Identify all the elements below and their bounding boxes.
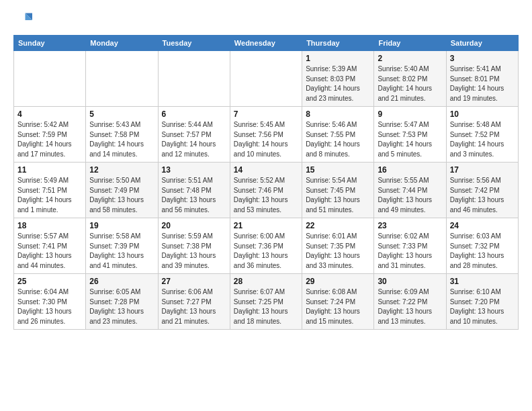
day-number: 2 <box>378 54 442 63</box>
day-number: 30 <box>378 277 442 286</box>
day-info: Sunrise: 6:10 AM Sunset: 7:20 PM Dayligh… <box>450 287 515 326</box>
day-cell: 23Sunrise: 6:02 AM Sunset: 7:33 PM Dayli… <box>374 218 446 274</box>
week-row-1: 1Sunrise: 5:39 AM Sunset: 8:03 PM Daylig… <box>14 51 519 107</box>
day-cell: 15Sunrise: 5:54 AM Sunset: 7:45 PM Dayli… <box>302 163 374 218</box>
day-info: Sunrise: 5:40 AM Sunset: 8:02 PM Dayligh… <box>378 64 442 103</box>
day-number: 6 <box>162 109 226 119</box>
day-cell: 24Sunrise: 6:03 AM Sunset: 7:32 PM Dayli… <box>446 218 518 274</box>
week-row-5: 25Sunrise: 6:04 AM Sunset: 7:30 PM Dayli… <box>14 274 519 330</box>
day-cell: 10Sunrise: 5:48 AM Sunset: 7:52 PM Dayli… <box>446 107 518 163</box>
logo <box>13 11 35 30</box>
col-header-sunday: Sunday <box>14 36 86 51</box>
day-info: Sunrise: 5:45 AM Sunset: 7:56 PM Dayligh… <box>234 120 298 159</box>
day-cell: 22Sunrise: 6:01 AM Sunset: 7:35 PM Dayli… <box>302 218 374 274</box>
day-number: 21 <box>234 221 298 230</box>
day-number: 14 <box>234 165 298 175</box>
col-header-friday: Friday <box>374 36 446 51</box>
day-info: Sunrise: 6:03 AM Sunset: 7:32 PM Dayligh… <box>450 232 515 271</box>
page: SundayMondayTuesdayWednesdayThursdayFrid… <box>0 0 532 411</box>
day-info: Sunrise: 5:44 AM Sunset: 7:57 PM Dayligh… <box>162 120 226 159</box>
day-number: 18 <box>17 221 82 230</box>
day-info: Sunrise: 5:47 AM Sunset: 7:53 PM Dayligh… <box>378 120 442 159</box>
day-cell: 2Sunrise: 5:40 AM Sunset: 8:02 PM Daylig… <box>374 51 446 107</box>
day-cell: 14Sunrise: 5:52 AM Sunset: 7:46 PM Dayli… <box>230 163 302 218</box>
day-number: 1 <box>306 54 370 63</box>
day-cell: 1Sunrise: 5:39 AM Sunset: 8:03 PM Daylig… <box>302 51 374 107</box>
logo-icon <box>13 11 32 30</box>
day-cell: 19Sunrise: 5:58 AM Sunset: 7:39 PM Dayli… <box>86 218 158 274</box>
day-number: 12 <box>89 165 154 175</box>
day-cell: 18Sunrise: 5:57 AM Sunset: 7:41 PM Dayli… <box>14 218 86 274</box>
week-row-2: 4Sunrise: 5:42 AM Sunset: 7:59 PM Daylig… <box>14 107 519 163</box>
day-cell: 11Sunrise: 5:49 AM Sunset: 7:51 PM Dayli… <box>14 163 86 218</box>
day-info: Sunrise: 6:09 AM Sunset: 7:22 PM Dayligh… <box>378 287 442 326</box>
day-info: Sunrise: 6:04 AM Sunset: 7:30 PM Dayligh… <box>17 287 82 326</box>
col-header-monday: Monday <box>86 36 158 51</box>
day-number: 11 <box>17 165 82 175</box>
col-header-saturday: Saturday <box>446 36 518 51</box>
day-number: 25 <box>17 277 82 286</box>
day-cell: 30Sunrise: 6:09 AM Sunset: 7:22 PM Dayli… <box>374 274 446 330</box>
day-number: 27 <box>162 277 226 286</box>
header-row: SundayMondayTuesdayWednesdayThursdayFrid… <box>14 36 519 51</box>
day-number: 28 <box>234 277 298 286</box>
day-cell: 9Sunrise: 5:47 AM Sunset: 7:53 PM Daylig… <box>374 107 446 163</box>
day-number: 31 <box>450 277 515 286</box>
col-header-wednesday: Wednesday <box>230 36 302 51</box>
day-cell: 26Sunrise: 6:05 AM Sunset: 7:28 PM Dayli… <box>86 274 158 330</box>
col-header-thursday: Thursday <box>302 36 374 51</box>
week-row-4: 18Sunrise: 5:57 AM Sunset: 7:41 PM Dayli… <box>14 218 519 274</box>
day-info: Sunrise: 5:42 AM Sunset: 7:59 PM Dayligh… <box>17 120 82 159</box>
day-cell <box>230 51 302 107</box>
day-number: 26 <box>89 277 154 286</box>
day-cell: 5Sunrise: 5:43 AM Sunset: 7:58 PM Daylig… <box>86 107 158 163</box>
day-number: 29 <box>306 277 370 286</box>
day-info: Sunrise: 5:59 AM Sunset: 7:38 PM Dayligh… <box>162 232 226 271</box>
day-cell: 31Sunrise: 6:10 AM Sunset: 7:20 PM Dayli… <box>446 274 518 330</box>
day-number: 3 <box>450 54 515 63</box>
day-number: 20 <box>162 221 226 230</box>
day-info: Sunrise: 6:05 AM Sunset: 7:28 PM Dayligh… <box>89 287 154 326</box>
day-info: Sunrise: 5:58 AM Sunset: 7:39 PM Dayligh… <box>89 232 154 271</box>
day-cell: 12Sunrise: 5:50 AM Sunset: 7:49 PM Dayli… <box>86 163 158 218</box>
day-info: Sunrise: 6:06 AM Sunset: 7:27 PM Dayligh… <box>162 287 226 326</box>
day-cell: 25Sunrise: 6:04 AM Sunset: 7:30 PM Dayli… <box>14 274 86 330</box>
day-cell: 20Sunrise: 5:59 AM Sunset: 7:38 PM Dayli… <box>158 218 230 274</box>
day-cell: 27Sunrise: 6:06 AM Sunset: 7:27 PM Dayli… <box>158 274 230 330</box>
day-cell: 7Sunrise: 5:45 AM Sunset: 7:56 PM Daylig… <box>230 107 302 163</box>
day-number: 8 <box>306 109 370 119</box>
week-row-3: 11Sunrise: 5:49 AM Sunset: 7:51 PM Dayli… <box>14 163 519 218</box>
day-number: 7 <box>234 109 298 119</box>
day-info: Sunrise: 5:57 AM Sunset: 7:41 PM Dayligh… <box>17 232 82 271</box>
day-cell: 29Sunrise: 6:08 AM Sunset: 7:24 PM Dayli… <box>302 274 374 330</box>
day-info: Sunrise: 6:08 AM Sunset: 7:24 PM Dayligh… <box>306 287 370 326</box>
day-cell <box>14 51 86 107</box>
day-cell: 16Sunrise: 5:55 AM Sunset: 7:44 PM Dayli… <box>374 163 446 218</box>
day-number: 17 <box>450 165 515 175</box>
day-info: Sunrise: 5:48 AM Sunset: 7:52 PM Dayligh… <box>450 120 515 159</box>
day-number: 22 <box>306 221 370 230</box>
day-number: 9 <box>378 109 442 119</box>
day-cell <box>86 51 158 107</box>
day-cell: 28Sunrise: 6:07 AM Sunset: 7:25 PM Dayli… <box>230 274 302 330</box>
day-cell: 13Sunrise: 5:51 AM Sunset: 7:48 PM Dayli… <box>158 163 230 218</box>
day-cell: 6Sunrise: 5:44 AM Sunset: 7:57 PM Daylig… <box>158 107 230 163</box>
day-info: Sunrise: 6:01 AM Sunset: 7:35 PM Dayligh… <box>306 232 370 271</box>
day-number: 13 <box>162 165 226 175</box>
day-number: 15 <box>306 165 370 175</box>
day-info: Sunrise: 6:02 AM Sunset: 7:33 PM Dayligh… <box>378 232 442 271</box>
day-info: Sunrise: 5:41 AM Sunset: 8:01 PM Dayligh… <box>450 64 515 103</box>
day-cell: 4Sunrise: 5:42 AM Sunset: 7:59 PM Daylig… <box>14 107 86 163</box>
day-info: Sunrise: 5:52 AM Sunset: 7:46 PM Dayligh… <box>234 176 298 215</box>
col-header-tuesday: Tuesday <box>158 36 230 51</box>
day-info: Sunrise: 5:46 AM Sunset: 7:55 PM Dayligh… <box>306 120 370 159</box>
day-cell: 8Sunrise: 5:46 AM Sunset: 7:55 PM Daylig… <box>302 107 374 163</box>
day-number: 16 <box>378 165 442 175</box>
day-number: 4 <box>17 109 82 119</box>
day-info: Sunrise: 5:50 AM Sunset: 7:49 PM Dayligh… <box>89 176 154 215</box>
day-cell: 3Sunrise: 5:41 AM Sunset: 8:01 PM Daylig… <box>446 51 518 107</box>
day-number: 24 <box>450 221 515 230</box>
day-cell: 17Sunrise: 5:56 AM Sunset: 7:42 PM Dayli… <box>446 163 518 218</box>
day-info: Sunrise: 5:43 AM Sunset: 7:58 PM Dayligh… <box>89 120 154 159</box>
day-info: Sunrise: 5:39 AM Sunset: 8:03 PM Dayligh… <box>306 64 370 103</box>
